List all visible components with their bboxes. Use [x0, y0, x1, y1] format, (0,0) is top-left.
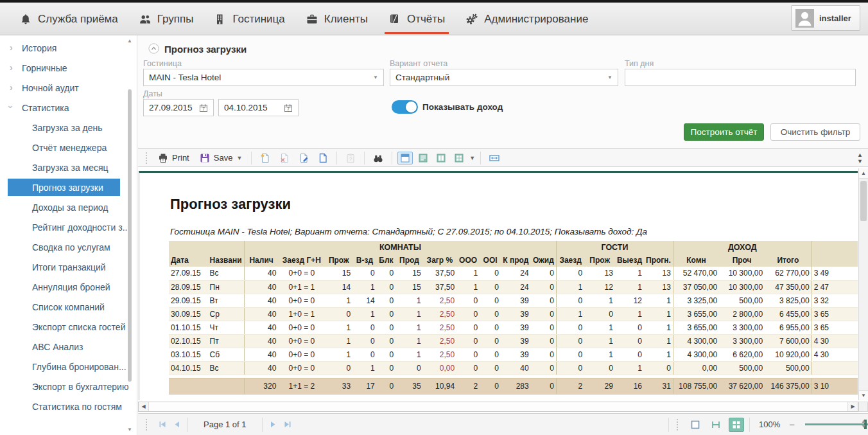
cell: 0 [456, 307, 480, 321]
date-from-input[interactable]: 27.09.2015 7 [143, 99, 214, 116]
scroll-up-icon[interactable]: ▲ [859, 168, 868, 179]
cell: 0 [480, 294, 501, 307]
hotel-select[interactable]: MAIN - Tesla Hotel ▼ [143, 69, 384, 86]
cell: 47 350,00 [765, 280, 812, 294]
scrollbar-thumb[interactable] [128, 89, 132, 382]
nav-clients[interactable]: Клиенты [295, 3, 378, 35]
view-single-page-icon[interactable] [397, 152, 413, 164]
sidebar-item-7[interactable]: Прогноз загрузки [8, 179, 120, 196]
sidebar-item-1[interactable]: ›Горничные [0, 58, 137, 78]
date-to-input[interactable]: 04.10.2015 7 [218, 99, 299, 116]
view-continuous-icon[interactable] [415, 152, 431, 164]
sidebar-item-11[interactable]: Итоги транзакций [0, 257, 137, 277]
calendar-icon[interactable]: 7 [199, 103, 208, 112]
nav-administration[interactable]: Администрирование [455, 3, 598, 35]
show-revenue-toggle[interactable] [392, 100, 418, 114]
cell: 02.10.15 [169, 334, 208, 348]
sidebar-item-12[interactable]: Аннуляция броней [0, 277, 137, 297]
nav-front-desk[interactable]: Служба приёма [9, 3, 128, 35]
scroll-up-icon[interactable]: ▲ [125, 38, 134, 44]
zoom-slider[interactable] [805, 423, 868, 425]
zoom-single-page-icon[interactable] [688, 418, 703, 432]
sidebar-item-17[interactable]: Экспорт в бухгалтерию [0, 377, 137, 396]
report-horizontal-scrollbar[interactable]: ◀ ▶ [138, 402, 858, 412]
sidebar-item-14[interactable]: Экспорт списка гостей [0, 317, 137, 337]
cell: 1 [557, 280, 585, 294]
scroll-right-icon[interactable]: ▶ [847, 402, 858, 411]
nav-hotel[interactable]: Гостиница [204, 3, 295, 35]
cell: 40 [244, 280, 278, 294]
cell: 2,50 [423, 294, 456, 307]
next-page-button[interactable] [269, 420, 277, 429]
scrollbar-thumb[interactable] [860, 181, 867, 221]
sidebar-scrollbar[interactable]: ▲ ▼ [125, 38, 134, 432]
collapse-panel-icon[interactable] [148, 43, 159, 54]
sidebar-item-13[interactable]: Список компаний [0, 297, 137, 317]
view-facing-pages-icon[interactable] [433, 152, 449, 164]
page-setup-icon[interactable] [315, 151, 331, 165]
scroll-down-icon[interactable]: ▼ [125, 427, 134, 432]
cell: 0 [377, 294, 395, 307]
zoom-grip[interactable] [677, 419, 680, 431]
sidebar-item-8[interactable]: Доходы за период [0, 197, 137, 217]
column-header: Прогн. [644, 254, 673, 267]
zoom-out-icon[interactable]: − [789, 419, 795, 430]
cell: 2,50 [423, 334, 456, 348]
cell: Чт [208, 321, 245, 334]
build-report-button[interactable]: Построить отчёт [684, 123, 764, 141]
sidebar-item-5[interactable]: Отчёт менеджера [0, 138, 137, 157]
day-type-input[interactable] [625, 69, 856, 86]
sidebar-item-4[interactable]: Загрузка за день [0, 118, 137, 138]
find-binoculars-icon[interactable] [370, 151, 386, 165]
sidebar-item-0[interactable]: ›История [0, 38, 137, 58]
fit-width-icon[interactable] [486, 152, 503, 164]
hotel-label: Гостиница [143, 59, 182, 68]
cell: 3 65 [812, 321, 858, 334]
user-menu[interactable]: installer [791, 5, 860, 31]
calendar-icon[interactable]: 7 [284, 103, 293, 112]
first-page-button[interactable] [158, 420, 166, 429]
delete-page-icon[interactable] [276, 151, 293, 165]
chevron-down-icon[interactable]: ▼ [469, 155, 475, 161]
zoom-fit-width-icon[interactable] [708, 418, 724, 432]
nav-reports[interactable]: Отчёты [378, 3, 455, 35]
clear-filter-button[interactable]: Очистить фильтр [770, 123, 860, 141]
sidebar-item-label: Список компаний [32, 302, 105, 312]
cell: 1 [352, 307, 377, 321]
zoom-separator [749, 418, 750, 432]
print-button[interactable]: Print [154, 152, 193, 164]
cell: 6 455,00 [765, 307, 812, 321]
cell: 40 [244, 361, 278, 375]
sidebar-item-9[interactable]: Рейтинг доходности з... [0, 217, 137, 237]
sidebar-item-6[interactable]: Загрузка за месяц [0, 157, 137, 177]
sidebar-item-15[interactable]: АВС Анализ [0, 337, 137, 357]
zoom-multi-page-icon[interactable] [729, 418, 744, 432]
report-vertical-scrollbar[interactable]: ▲ ▼ [858, 168, 868, 400]
sidebar-item-2[interactable]: ›Ночной аудит [0, 78, 137, 98]
new-page-icon[interactable] [257, 151, 273, 165]
resize-handle-icon[interactable]: ▲▼ [861, 419, 866, 429]
cell: 1 [456, 267, 480, 280]
sidebar-item-3[interactable]: ›Статистика [0, 98, 137, 118]
view-multiple-pages-icon[interactable] [451, 152, 467, 164]
report-variant-select[interactable]: Стандартный ▼ [390, 69, 618, 86]
edit-page-icon[interactable] [295, 151, 312, 165]
nav-label: Отчёты [407, 13, 445, 26]
previous-page-button[interactable] [173, 420, 181, 429]
paste-clipboard-icon[interactable]: ? [342, 151, 359, 165]
last-page-button[interactable] [284, 420, 292, 429]
scroll-down-icon[interactable]: ▼ [859, 390, 868, 400]
sidebar-item-10[interactable]: Сводка по услугам [0, 237, 137, 257]
cell: 16 [615, 378, 644, 394]
save-button[interactable]: Save ▼ [196, 152, 247, 164]
nav-groups[interactable]: Группы [128, 3, 204, 35]
toolbar-overflow-icon[interactable]: ▲▼ [857, 152, 863, 164]
scroll-left-icon[interactable]: ◀ [139, 402, 149, 411]
report-title: Прогноз загрузки [170, 196, 291, 213]
toolbar-grip[interactable] [146, 152, 149, 164]
sidebar: ›История›Горничные›Ночной аудит›Статисти… [0, 35, 137, 435]
sidebar-item-16[interactable]: Глубина бронирован... [0, 357, 137, 377]
sidebar-item-18[interactable]: Статистика по гостям [0, 396, 137, 416]
reports-book-icon [388, 13, 401, 26]
pager-grip[interactable] [146, 419, 149, 431]
